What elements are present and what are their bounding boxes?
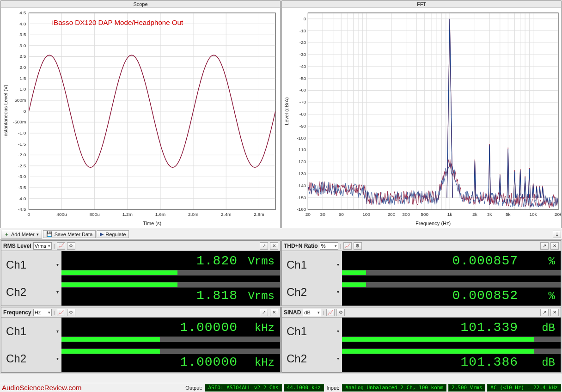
input-level[interactable]: 2.500 Vrms xyxy=(448,384,485,392)
output-label: Output: xyxy=(183,385,204,391)
collapse-icon[interactable]: ⤓ xyxy=(553,231,561,238)
svg-text:Level (dBrA): Level (dBrA) xyxy=(284,97,289,125)
readout-value: 101.386 xyxy=(460,355,518,369)
svg-text:-50: -50 xyxy=(299,76,306,81)
separator-icon: | xyxy=(340,243,342,249)
save-icon: 💾 xyxy=(46,231,53,237)
svg-text:800u: 800u xyxy=(89,212,99,217)
svg-text:3.5: 3.5 xyxy=(19,32,26,37)
svg-text:Time (s): Time (s) xyxy=(143,220,161,226)
frequency-meter: Frequency Hz | 📈 ⚙ ↗ ✕ Ch1▾ 1.00000kHz C… xyxy=(1,307,281,373)
svg-text:30: 30 xyxy=(320,212,326,217)
readout-value: 0.000857 xyxy=(452,254,518,268)
svg-text:-2.0: -2.0 xyxy=(18,152,26,157)
scope-chart[interactable]: -4.5-4.0-3.5-3.0-2.5-2.0-1.5-1.0-500m050… xyxy=(1,9,280,228)
add-meter-button[interactable]: ＋Add Meter ▾ xyxy=(1,230,42,239)
readout-value: 1.820 xyxy=(196,254,238,268)
popout-icon[interactable]: ↗ xyxy=(260,242,268,250)
level-bar xyxy=(342,282,561,288)
svg-text:-20: -20 xyxy=(299,40,306,45)
fft-chart[interactable]: -160-150-140-130-120-110-100-90-80-70-60… xyxy=(282,9,561,228)
watermark: AudioScienceReview.com xyxy=(0,384,84,392)
scope-title: Scope xyxy=(1,1,280,8)
meter-title: THD+N Ratio xyxy=(284,243,318,249)
gear-icon[interactable]: ⚙ xyxy=(336,309,345,316)
level-bar xyxy=(342,349,561,354)
chevron-down-icon[interactable]: ▾ xyxy=(337,356,339,361)
save-meter-data-button[interactable]: 💾Save Meter Data xyxy=(43,230,96,238)
play-icon: ▶ xyxy=(100,231,104,237)
svg-text:-70: -70 xyxy=(299,99,306,104)
popout-icon[interactable]: ↗ xyxy=(540,242,549,250)
svg-text:-10: -10 xyxy=(299,28,306,33)
svg-text:-30: -30 xyxy=(299,52,306,57)
gear-icon[interactable]: ⚙ xyxy=(67,309,75,316)
unit-select[interactable]: Hz xyxy=(33,309,52,316)
close-icon[interactable]: ✕ xyxy=(270,242,278,250)
popout-icon[interactable]: ↗ xyxy=(260,309,268,316)
gear-icon[interactable]: ⚙ xyxy=(354,242,362,250)
chevron-down-icon[interactable]: ▾ xyxy=(56,329,59,334)
chevron-down-icon[interactable]: ▾ xyxy=(56,262,59,267)
channel-label: Ch1▾ xyxy=(1,318,61,345)
meter-title: Frequency xyxy=(3,309,31,316)
status-bar: AudioScienceReview.com Output: ASIO: ASI… xyxy=(0,383,562,392)
svg-text:2k: 2k xyxy=(472,212,477,217)
rms-level-meter: RMS Level Vrms | 📈 ⚙ ↗ ✕ Ch1▾ 1.820Vrms … xyxy=(1,240,281,306)
close-icon[interactable]: ✕ xyxy=(550,242,559,250)
graph-icon[interactable]: 📈 xyxy=(326,309,335,316)
svg-text:50: 50 xyxy=(339,212,344,217)
svg-text:-60: -60 xyxy=(299,88,306,93)
svg-text:-110: -110 xyxy=(297,147,306,153)
svg-text:-1.0: -1.0 xyxy=(18,130,26,135)
input-device[interactable]: Analog Unbalanced 2 Ch, 100 kohm xyxy=(342,384,446,392)
svg-text:1.5: 1.5 xyxy=(19,76,26,81)
svg-text:-90: -90 xyxy=(299,123,306,129)
close-icon[interactable]: ✕ xyxy=(550,309,559,316)
graph-icon[interactable]: 📈 xyxy=(57,242,65,250)
close-icon[interactable]: ✕ xyxy=(270,309,278,316)
level-bar xyxy=(342,337,561,342)
svg-text:-2.5: -2.5 xyxy=(18,163,26,168)
unit-select[interactable]: % xyxy=(320,242,338,250)
unit-select[interactable]: dB xyxy=(303,309,321,316)
regulate-button[interactable]: ▶Regulate xyxy=(97,230,129,238)
thdn-ratio-meter: THD+N Ratio % | 📈 ⚙ ↗ ✕ Ch1▾ 0.000857% C… xyxy=(281,240,561,306)
graph-icon[interactable]: 📈 xyxy=(343,242,352,250)
svg-text:200: 200 xyxy=(388,212,396,217)
svg-text:3.0: 3.0 xyxy=(19,43,26,48)
separator-icon: | xyxy=(323,310,324,315)
chevron-down-icon[interactable]: ▾ xyxy=(56,356,59,361)
svg-text:-3.5: -3.5 xyxy=(18,185,26,190)
level-bar xyxy=(61,349,280,354)
svg-text:-130: -130 xyxy=(297,171,306,176)
readout-value: 101.339 xyxy=(460,320,518,335)
svg-text:300: 300 xyxy=(402,212,410,217)
popout-icon[interactable]: ↗ xyxy=(540,309,549,316)
svg-text:Frequency (Hz): Frequency (Hz) xyxy=(415,220,451,226)
readout-unit: Vrms xyxy=(245,255,275,268)
output-rate[interactable]: 44.1000 kHz xyxy=(284,384,324,392)
svg-text:Instantaneous Level (V): Instantaneous Level (V) xyxy=(3,85,8,138)
graph-icon[interactable]: 📈 xyxy=(57,309,65,316)
svg-text:-160: -160 xyxy=(297,207,306,212)
output-device[interactable]: ASIO: ASIO4ALL v2 2 Chs xyxy=(205,384,281,392)
gear-icon[interactable]: ⚙ xyxy=(67,242,75,250)
unit-select[interactable]: Vrms xyxy=(33,242,52,250)
chevron-down-icon[interactable]: ▾ xyxy=(337,289,339,294)
readout-value: 1.00000 xyxy=(180,355,238,369)
chevron-down-icon[interactable]: ▾ xyxy=(337,329,339,334)
svg-text:10k: 10k xyxy=(530,212,537,217)
channel-label: Ch2▾ xyxy=(1,345,61,372)
channel-label: Ch1▾ xyxy=(282,251,342,278)
level-bar xyxy=(61,270,280,276)
chevron-down-icon[interactable]: ▾ xyxy=(56,289,59,294)
channel-label: Ch2▾ xyxy=(282,278,342,306)
readout-unit: Vrms xyxy=(245,290,275,302)
input-coupling[interactable]: AC (<10 Hz) - 22.4 kHz xyxy=(487,384,561,392)
svg-text:3k: 3k xyxy=(487,212,492,217)
chevron-down-icon[interactable]: ▾ xyxy=(337,262,339,267)
svg-text:-4.0: -4.0 xyxy=(18,196,26,201)
level-bar xyxy=(61,337,280,342)
readout-unit: % xyxy=(525,255,555,268)
